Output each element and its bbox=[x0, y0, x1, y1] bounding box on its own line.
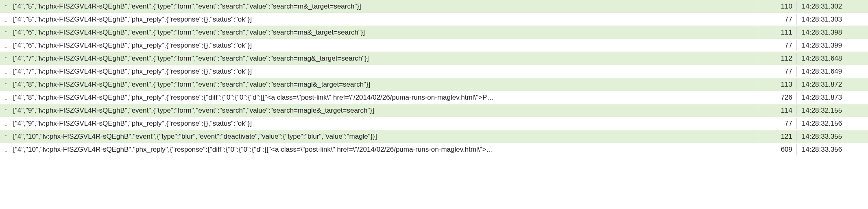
arrow-up-icon: ↑ bbox=[4, 3, 11, 10]
frame-size: 77 bbox=[758, 118, 797, 129]
frame-size: 609 bbox=[758, 144, 797, 155]
arrow-down-icon: ↓ bbox=[4, 146, 11, 153]
frame-payload: ["4","8","lv:phx-FfSZGVL4R-sQEghB","even… bbox=[13, 81, 371, 89]
frame-data-cell: ↓["4","5","lv:phx-FfSZGVL4R-sQEghB","phx… bbox=[0, 14, 758, 25]
frame-size: 110 bbox=[758, 1, 797, 12]
frame-payload: ["4","6","lv:phx-FfSZGVL4R-sQEghB","even… bbox=[13, 28, 365, 37]
frame-time: 14:28:31.399 bbox=[797, 40, 868, 51]
frame-data-cell: ↑["4","5","lv:phx-FfSZGVL4R-sQEghB","eve… bbox=[0, 1, 758, 12]
frame-time: 14:28:31.303 bbox=[797, 14, 868, 25]
frame-size: 77 bbox=[758, 66, 797, 77]
frame-data-cell: ↑["4","6","lv:phx-FfSZGVL4R-sQEghB","eve… bbox=[0, 27, 758, 38]
frame-data-cell: ↓["4","7","lv:phx-FfSZGVL4R-sQEghB","phx… bbox=[0, 66, 758, 77]
frame-row[interactable]: ↓["4","8","lv:phx-FfSZGVL4R-sQEghB","phx… bbox=[0, 91, 868, 104]
frame-payload: ["4","9","lv:phx-FfSZGVL4R-sQEghB","phx_… bbox=[13, 120, 252, 128]
frame-row[interactable]: ↓["4","7","lv:phx-FfSZGVL4R-sQEghB","phx… bbox=[0, 65, 868, 78]
frame-row[interactable]: ↓["4","5","lv:phx-FfSZGVL4R-sQEghB","phx… bbox=[0, 13, 868, 26]
frame-time: 14:28:33.356 bbox=[797, 144, 868, 155]
frame-payload: ["4","5","lv:phx-FfSZGVL4R-sQEghB","even… bbox=[13, 2, 361, 11]
frame-time: 14:28:31.302 bbox=[797, 1, 868, 12]
frame-size: 114 bbox=[758, 105, 797, 116]
frame-row[interactable]: ↑["4","8","lv:phx-FfSZGVL4R-sQEghB","eve… bbox=[0, 78, 868, 91]
frame-time: 14:28:31.872 bbox=[797, 79, 868, 90]
arrow-up-icon: ↑ bbox=[4, 81, 11, 88]
arrow-up-icon: ↑ bbox=[4, 107, 11, 114]
frame-row[interactable]: ↓["4","9","lv:phx-FfSZGVL4R-sQEghB","phx… bbox=[0, 117, 868, 130]
frame-size: 112 bbox=[758, 53, 797, 64]
frame-row[interactable]: ↑["4","6","lv:phx-FfSZGVL4R-sQEghB","eve… bbox=[0, 26, 868, 39]
frame-time: 14:28:31.648 bbox=[797, 53, 868, 64]
arrow-up-icon: ↑ bbox=[4, 133, 11, 140]
arrow-down-icon: ↓ bbox=[4, 42, 11, 49]
frame-data-cell: ↓["4","8","lv:phx-FfSZGVL4R-sQEghB","phx… bbox=[0, 92, 758, 103]
arrow-down-icon: ↓ bbox=[4, 68, 11, 75]
frame-payload: ["4","9","lv:phx-FfSZGVL4R-sQEghB","even… bbox=[13, 107, 374, 115]
arrow-up-icon: ↑ bbox=[4, 29, 11, 36]
frame-size: 77 bbox=[758, 14, 797, 25]
frame-payload: ["4","6","lv:phx-FfSZGVL4R-sQEghB","phx_… bbox=[13, 41, 252, 50]
frame-size: 726 bbox=[758, 92, 797, 103]
frame-row[interactable]: ↓["4","6","lv:phx-FfSZGVL4R-sQEghB","phx… bbox=[0, 39, 868, 52]
websocket-frames-table: ↑["4","5","lv:phx-FfSZGVL4R-sQEghB","eve… bbox=[0, 0, 868, 156]
frame-data-cell: ↑["4","10","lv:phx-FfSZGVL4R-sQEghB","ev… bbox=[0, 131, 758, 142]
frame-time: 14:28:33.355 bbox=[797, 131, 868, 142]
frame-size: 113 bbox=[758, 79, 797, 90]
frame-payload: ["4","10","lv:phx-FfSZGVL4R-sQEghB","eve… bbox=[13, 133, 377, 141]
frame-data-cell: ↓["4","9","lv:phx-FfSZGVL4R-sQEghB","phx… bbox=[0, 118, 758, 129]
frame-size: 121 bbox=[758, 131, 797, 142]
frame-payload: ["4","8","lv:phx-FfSZGVL4R-sQEghB","phx_… bbox=[13, 94, 494, 102]
frame-time: 14:28:31.398 bbox=[797, 27, 868, 38]
frame-row[interactable]: ↑["4","10","lv:phx-FfSZGVL4R-sQEghB","ev… bbox=[0, 130, 868, 143]
frame-time: 14:28:32.155 bbox=[797, 105, 868, 116]
arrow-up-icon: ↑ bbox=[4, 55, 11, 62]
frame-row[interactable]: ↑["4","7","lv:phx-FfSZGVL4R-sQEghB","eve… bbox=[0, 52, 868, 65]
frame-payload: ["4","7","lv:phx-FfSZGVL4R-sQEghB","phx_… bbox=[13, 67, 252, 76]
arrow-down-icon: ↓ bbox=[4, 94, 11, 101]
frame-row[interactable]: ↑["4","5","lv:phx-FfSZGVL4R-sQEghB","eve… bbox=[0, 0, 868, 13]
frame-time: 14:28:31.873 bbox=[797, 92, 868, 103]
frame-time: 14:28:32.156 bbox=[797, 118, 868, 129]
frame-size: 77 bbox=[758, 40, 797, 51]
frame-data-cell: ↑["4","9","lv:phx-FfSZGVL4R-sQEghB","eve… bbox=[0, 105, 758, 116]
frame-payload: ["4","7","lv:phx-FfSZGVL4R-sQEghB","even… bbox=[13, 54, 369, 63]
arrow-down-icon: ↓ bbox=[4, 16, 11, 23]
frame-row[interactable]: ↓["4","10","lv:phx-FfSZGVL4R-sQEghB","ph… bbox=[0, 143, 868, 156]
frame-size: 111 bbox=[758, 27, 797, 38]
frame-row[interactable]: ↑["4","9","lv:phx-FfSZGVL4R-sQEghB","eve… bbox=[0, 104, 868, 117]
frame-data-cell: ↓["4","6","lv:phx-FfSZGVL4R-sQEghB","phx… bbox=[0, 40, 758, 51]
frame-data-cell: ↑["4","7","lv:phx-FfSZGVL4R-sQEghB","eve… bbox=[0, 53, 758, 64]
frame-data-cell: ↓["4","10","lv:phx-FfSZGVL4R-sQEghB","ph… bbox=[0, 144, 758, 155]
frame-data-cell: ↑["4","8","lv:phx-FfSZGVL4R-sQEghB","eve… bbox=[0, 79, 758, 90]
frame-payload: ["4","10","lv:phx-FfSZGVL4R-sQEghB","phx… bbox=[13, 146, 493, 154]
frame-time: 14:28:31.649 bbox=[797, 66, 868, 77]
arrow-down-icon: ↓ bbox=[4, 120, 11, 127]
frame-payload: ["4","5","lv:phx-FfSZGVL4R-sQEghB","phx_… bbox=[13, 15, 252, 24]
